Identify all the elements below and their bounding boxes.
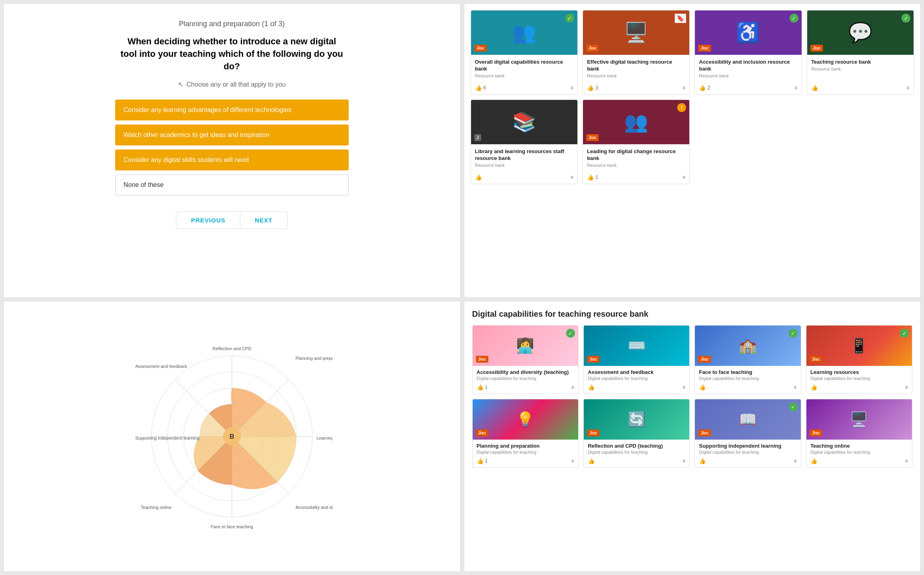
resource-card-3[interactable]: ♿ ✓ Jisc Accessibility and inclusion res… xyxy=(695,10,802,95)
menu-icon-dc5[interactable]: ≡ xyxy=(571,458,574,464)
card-likes-5: 👍 xyxy=(475,174,482,181)
menu-icon-3[interactable]: ≡ xyxy=(795,85,798,91)
radar-label-online: Teaching online xyxy=(141,505,171,510)
digcap-card-1[interactable]: 👩‍💻 ✓ Jisc Accessibility and diversity (… xyxy=(472,325,579,394)
digcap-card-title-7: Supporting independent learning xyxy=(699,443,796,449)
digcap-body-6: Reflection and CPD (teaching) Digital ca… xyxy=(584,440,689,456)
digcap-thumb-8: 🖥️ Jisc xyxy=(806,399,912,440)
digcap-card-2[interactable]: ⌨️ Jisc Assessment and feedback Digital … xyxy=(583,325,690,394)
quiz-navigation: PREVIOUS NEXT xyxy=(176,212,287,229)
digcap-icon-5: 💡 xyxy=(516,411,534,428)
digcap-icon-7: 📖 xyxy=(739,411,757,428)
digcap-body-1: Accessibility and diversity (teaching) D… xyxy=(473,366,578,382)
quiz-panel: Planning and preparation (1 of 3) When d… xyxy=(3,3,461,298)
menu-icon-5[interactable]: ≡ xyxy=(571,174,573,180)
previous-button[interactable]: PREVIOUS xyxy=(176,212,240,228)
like-icon-2: 👍 xyxy=(587,85,594,91)
digcap-card-8[interactable]: 🖥️ Jisc Teaching online Digital capabili… xyxy=(806,399,912,468)
like-icon-4: 👍 xyxy=(811,85,818,91)
digcap-card-title-3: Face to face teaching xyxy=(699,369,796,375)
digcap-card-type-5: Digital capabilities for teaching xyxy=(477,450,574,455)
card-icon-2: 🖥️ xyxy=(624,21,648,44)
resource-card-2[interactable]: 🖥️ 🔖 Jisc Effective digital teaching res… xyxy=(583,10,690,95)
digcap-check-4: ✓ xyxy=(900,329,909,338)
quiz-option-2[interactable]: Watch other academics to get ideas and i… xyxy=(115,125,349,145)
radar-label-independent: Supporting independent learning xyxy=(135,436,199,440)
quiz-option-4[interactable]: None of these xyxy=(115,174,349,195)
digcap-likes-8: 👍 xyxy=(810,458,817,464)
digcap-body-2: Assessment and feedback Digital capabili… xyxy=(584,366,689,382)
cursor-icon: ↖ xyxy=(178,81,183,88)
jisc-badge-6: Jisc xyxy=(586,134,599,141)
card-thumbnail-3: ♿ ✓ Jisc xyxy=(695,10,801,55)
digcap-title: Digital capabilities for teaching resour… xyxy=(472,309,913,319)
resource-card-4[interactable]: 💬 ✓ Jisc Teaching resource bank Resource… xyxy=(807,10,914,95)
digcap-footer-8: 👍 ≡ xyxy=(806,456,912,467)
digcap-card-3[interactable]: 🏫 ✓ Jisc Face to face teaching Digital c… xyxy=(695,325,801,394)
card-body-5: Library and learning resources staff res… xyxy=(471,144,577,172)
digcap-body-8: Teaching online Digital capabilities for… xyxy=(806,440,912,456)
quiz-option-3[interactable]: Consider any digital skills students wil… xyxy=(115,149,349,170)
quiz-option-1[interactable]: Consider any learning advantages of diff… xyxy=(115,100,349,120)
like-icon-5: 👍 xyxy=(475,174,482,181)
menu-icon-dc6[interactable]: ≡ xyxy=(682,458,685,464)
digcap-likes-1: 👍 1 xyxy=(477,384,488,390)
info-badge-6: ! xyxy=(677,103,686,112)
digcap-likes-6: 👍 xyxy=(588,458,595,464)
resource-card-5[interactable]: 📚 J Library and learning resources staff… xyxy=(471,100,578,184)
like-icon-dc7: 👍 xyxy=(699,458,706,464)
menu-icon-dc3[interactable]: ≡ xyxy=(794,384,797,390)
menu-icon-dc4[interactable]: ≡ xyxy=(905,384,908,390)
card-footer-4: 👍 ≡ xyxy=(807,83,914,94)
card-body-4: Teaching resource bank Resource bank xyxy=(807,55,914,83)
card-thumbnail-5: 📚 J xyxy=(471,100,577,144)
like-icon-dc2: 👍 xyxy=(588,384,595,390)
digcap-thumb-2: ⌨️ Jisc xyxy=(584,326,689,366)
next-button[interactable]: NEXT xyxy=(240,212,287,228)
digcap-card-type-3: Digital capabilities for teaching xyxy=(699,376,796,381)
menu-icon-dc2[interactable]: ≡ xyxy=(682,384,685,390)
check-badge-3: ✓ xyxy=(790,14,798,23)
digcap-footer-6: 👍 ≡ xyxy=(584,456,689,467)
digcap-card-type-4: Digital capabilities for teaching xyxy=(810,376,908,381)
menu-icon-dc8[interactable]: ≡ xyxy=(905,458,908,464)
digcap-footer-1: 👍 1 ≡ xyxy=(473,382,578,394)
digcap-card-4[interactable]: 📱 ✓ Jisc Learning resources Digital capa… xyxy=(806,325,912,394)
digcap-thumb-5: 💡 Jisc xyxy=(473,399,578,440)
card-likes-2: 👍 3 xyxy=(587,85,598,91)
menu-icon-1[interactable]: ≡ xyxy=(571,85,573,91)
card-type-4: Resource bank xyxy=(811,66,910,71)
digcap-icon-3: 🏫 xyxy=(739,337,757,354)
radar-label-assessment: Assessment and feedback xyxy=(135,364,188,369)
radar-chart-svg: B Reflection and CPD Planning and prepar… xyxy=(131,336,333,537)
digcap-card-5[interactable]: 💡 Jisc Planning and preparation Digital … xyxy=(472,399,579,468)
menu-icon-2[interactable]: ≡ xyxy=(682,85,685,91)
digcap-likes-4: 👍 xyxy=(810,384,817,390)
resource-grid: 👥 ✓ Jisc Overall digital capabilities re… xyxy=(471,10,914,184)
resource-card-1[interactable]: 👥 ✓ Jisc Overall digital capabilities re… xyxy=(471,10,578,95)
check-badge-1: ✓ xyxy=(565,14,574,23)
radar-center-label: B xyxy=(229,433,234,440)
digcap-jisc-7: Jisc xyxy=(698,430,711,436)
digcap-footer-7: 👍 ≡ xyxy=(695,456,800,467)
card-footer-1: 👍 6 ≡ xyxy=(471,83,577,94)
digcap-likes-5: 👍 1 xyxy=(477,458,488,464)
digcap-card-7[interactable]: 📖 ✓ Jisc Supporting independent learning… xyxy=(695,399,801,468)
card-type-3: Resource bank xyxy=(699,73,797,78)
menu-icon-dc1[interactable]: ≡ xyxy=(571,384,574,390)
menu-icon-6[interactable]: ≡ xyxy=(682,174,685,180)
card-title-2: Effective digital teaching resource bank xyxy=(587,59,685,73)
card-footer-6: 👍 1 ≡ xyxy=(583,172,689,184)
digcap-card-6[interactable]: 🔄 Jisc Reflection and CPD (teaching) Dig… xyxy=(583,399,690,468)
card-type-2: Resource bank xyxy=(587,73,685,78)
jisc-badge-2: Jisc xyxy=(586,45,599,52)
digcap-icon-8: 🖥️ xyxy=(850,411,868,428)
card-body-1: Overall digital capabilities resource ba… xyxy=(471,55,577,83)
card-body-6: Leading for digital change resource bank… xyxy=(583,144,689,172)
resource-card-6[interactable]: 👥 ! Jisc Leading for digital change reso… xyxy=(583,100,690,184)
card-thumbnail-2: 🖥️ 🔖 Jisc xyxy=(583,10,689,55)
menu-icon-dc7[interactable]: ≡ xyxy=(794,458,797,464)
menu-icon-4[interactable]: ≡ xyxy=(907,85,910,91)
like-icon-6: 👍 xyxy=(587,174,594,181)
card-type-6: Resource bank xyxy=(587,163,685,168)
